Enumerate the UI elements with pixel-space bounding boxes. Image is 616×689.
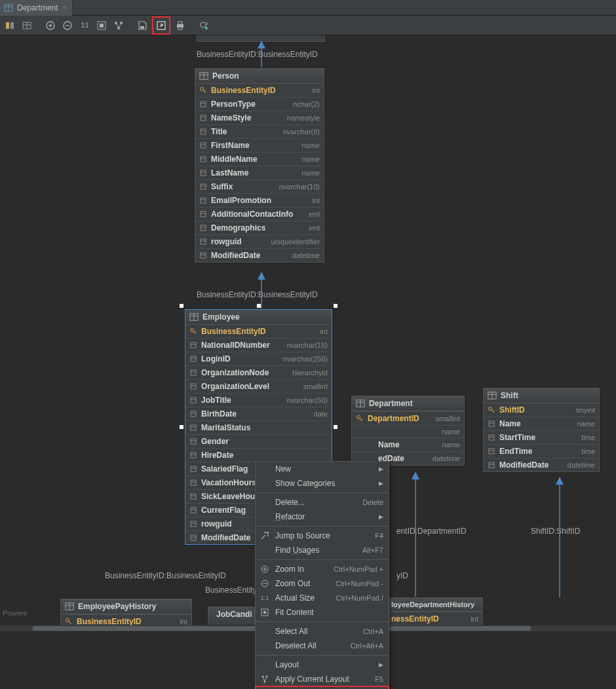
svg-rect-63 (191, 356, 196, 362)
column-name: Suffix (211, 182, 275, 191)
column-name: FirstName (211, 141, 298, 150)
table-row[interactable]: BirthDatedate (185, 407, 332, 420)
table-row[interactable]: JobTitlenvarchar(50) (185, 393, 332, 407)
column-icon (199, 141, 207, 149)
fit-content-button[interactable] (94, 18, 109, 33)
column-name: AdditionalContactInfo (211, 210, 305, 219)
table-row[interactable]: Gender (185, 434, 332, 448)
export-button-highlight (152, 16, 170, 35)
entity-jobcandidate[interactable]: JobCandi (208, 606, 255, 625)
actual-size-button[interactable]: 1:1 (77, 18, 92, 33)
column-icon (189, 410, 197, 418)
column-type: namestyle (287, 114, 320, 122)
table-row[interactable]: ShiftIDtinyint (484, 403, 599, 417)
table-row[interactable]: NameStylenamestyle (195, 111, 324, 124)
save-button[interactable] (135, 18, 149, 33)
table-row[interactable]: MiddleNamename (195, 152, 324, 166)
refresh-button[interactable] (197, 18, 211, 33)
table-row[interactable]: BusinessEntityIDint (195, 84, 324, 97)
table-row[interactable]: LastNamename (195, 166, 324, 179)
export-to-file-button[interactable] (154, 18, 168, 33)
table-row[interactable]: OrganizationLevelsmallint (185, 379, 332, 393)
column-icon (199, 210, 207, 218)
svg-rect-83 (191, 494, 196, 499)
entity-title: Employee (202, 312, 240, 322)
table-row[interactable]: EmailPromotionint (195, 193, 324, 207)
column-icon (189, 438, 197, 445)
svg-rect-51 (201, 225, 206, 231)
menu-show-categories[interactable]: Show Categories▶ (256, 476, 389, 491)
menu-export-to-file[interactable]: Export to file (256, 686, 389, 689)
entity-department[interactable]: Department DepartmentIDsmallint name Nam… (351, 396, 465, 466)
column-name: BusinessEntityID (77, 617, 176, 626)
table-row[interactable]: rowguiduniqueidentifier (195, 234, 324, 248)
table-icon (65, 602, 74, 611)
menu-actual-size[interactable]: 1:1Actual SizeCtrl+NumPad / (256, 591, 389, 605)
print-button[interactable] (173, 18, 187, 33)
zoom-in-button[interactable] (43, 18, 58, 33)
menu-find-usages[interactable]: Find UsagesAlt+F7 (256, 543, 389, 557)
entity-employeedepartmenthistory[interactable]: loyeeDepartmentHistory nessEntityIDint (389, 597, 483, 626)
close-icon[interactable]: × (62, 3, 67, 12)
column-type: hierarchyid (292, 369, 328, 377)
table-row[interactable]: ModifiedDatedatetime (484, 458, 599, 472)
column-icon (189, 327, 197, 335)
column-name: StartTime (499, 433, 577, 442)
svg-rect-43 (201, 170, 206, 176)
column-icon (199, 114, 207, 122)
menu-layout[interactable]: Layout▶ (256, 658, 389, 672)
menu-refactor[interactable]: Refactor▶ (256, 510, 389, 524)
table-row[interactable]: NationalIDNumbernvarchar(15) (185, 338, 332, 352)
menu-zoom-out[interactable]: Zoom OutCtrl+NumPad - (256, 576, 389, 591)
tab-label: Department (17, 3, 58, 12)
diagram-toolbar: 1:1 (0, 16, 616, 35)
column-icon (189, 479, 197, 487)
show-all-columns-button[interactable] (20, 18, 34, 33)
entity-employeepayhistory[interactable]: EmployeePayHistory BusinessEntityIDint (60, 599, 192, 629)
table-row[interactable]: Titlenvarchar(8) (195, 124, 324, 138)
table-row[interactable]: LoginIDnvarchar(256) (185, 352, 332, 365)
diagram-canvas[interactable]: BusinessEntityID:BusinessEntityID Busine… (0, 35, 616, 689)
table-row[interactable]: MaritalStatus (185, 420, 332, 434)
column-name: Gender (201, 437, 324, 446)
table-row[interactable]: ModifiedDatedatetime (195, 248, 324, 262)
tab-department[interactable]: Department × (0, 0, 73, 16)
menu-apply-layout[interactable]: Apply Current LayoutF5 (256, 672, 389, 686)
table-row[interactable]: BusinessEntityIDint (185, 325, 332, 338)
table-row[interactable]: PersonTypenchar(2) (195, 97, 324, 111)
svg-rect-71 (191, 411, 196, 417)
menu-jump-to-source[interactable]: Jump to SourceF4 (256, 529, 389, 543)
entity-shift[interactable]: Shift ShiftIDtinyintNamenameStartTimetim… (483, 388, 600, 472)
layout-button[interactable] (111, 18, 126, 33)
column-type: uniqueidentifier (271, 238, 320, 246)
table-row[interactable]: FirstNamename (195, 138, 324, 152)
table-row[interactable]: EndTimetime (484, 444, 599, 458)
table-row[interactable]: Namename (484, 417, 599, 430)
svg-rect-67 (191, 384, 196, 389)
column-name: nessEntityID (391, 614, 467, 624)
key-columns-button[interactable] (3, 18, 17, 33)
table-row[interactable]: Demographicsxml (195, 221, 324, 234)
column-name: BirthDate (201, 409, 310, 419)
entity-businessentity-stub[interactable] (197, 35, 325, 42)
table-row[interactable]: StartTimetime (484, 430, 599, 444)
menu-select-all[interactable]: Select AllCtrl+A (256, 624, 389, 639)
column-name: DepartmentID (368, 414, 432, 423)
menu-zoom-in[interactable]: Zoom InCtrl+NumPad + (256, 562, 389, 576)
table-row[interactable]: OrganizationNodehierarchyid (185, 365, 332, 379)
edge-label: BusinessEntityI (205, 586, 259, 595)
menu-deselect-all[interactable]: Deselect AllCtrl+Alt+A (256, 639, 389, 653)
menu-fit-content[interactable]: Fit Content (256, 605, 389, 620)
table-row[interactable]: Suffixnvarchar(10) (195, 179, 324, 193)
svg-rect-75 (191, 439, 196, 444)
menu-new[interactable]: New▶ (256, 462, 389, 476)
entity-person[interactable]: Person BusinessEntityIDintPersonTypencha… (195, 68, 324, 263)
menu-delete[interactable]: Delete...Delete (256, 495, 389, 510)
zoom-out-button[interactable] (60, 18, 75, 33)
column-type: nvarchar(15) (287, 341, 328, 349)
edge-label: entID:DepartmentID (396, 527, 467, 536)
table-row[interactable]: AdditionalContactInfoxml (195, 207, 324, 221)
editor-tab-bar: Department × (0, 0, 616, 16)
svg-rect-85 (191, 508, 196, 513)
table-row[interactable]: HireDate (185, 448, 332, 462)
